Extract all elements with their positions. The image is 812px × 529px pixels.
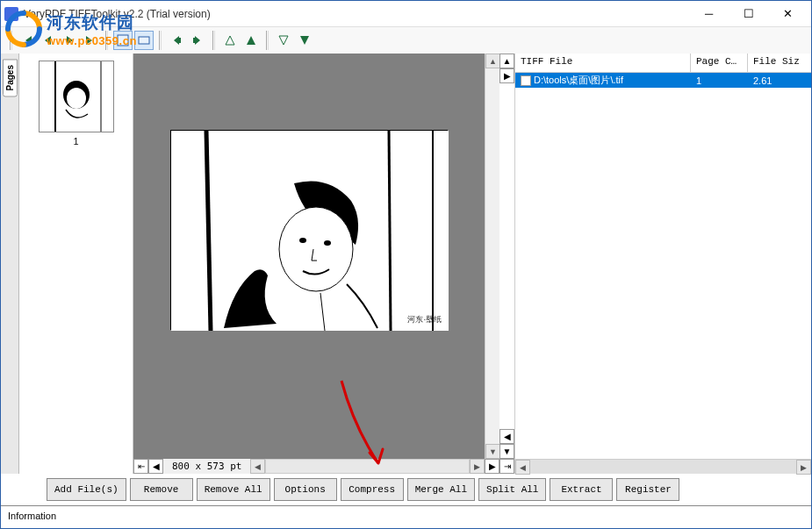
close-button[interactable]: ✕ <box>768 2 808 26</box>
scroll-up-icon[interactable]: ▲ <box>485 54 500 68</box>
filelist-scroll-left-icon[interactable]: ◀ <box>515 460 530 475</box>
svg-point-14 <box>299 238 306 243</box>
add-file-button[interactable]: Add File(s) <box>47 478 126 501</box>
window-title: VeryPDF TIFFToolkit v2.2 (Trial version) <box>24 8 689 20</box>
filelist-scroll-right-icon[interactable]: ▶ <box>796 460 811 475</box>
preview-vscrollbar[interactable]: ▲ ▼ <box>485 54 499 459</box>
file-list[interactable]: D:\tools\桌面\图片\.tif 1 2.61 <box>515 73 811 459</box>
nav-down-icon[interactable]: ▼ <box>499 444 514 459</box>
flip-h1-icon[interactable] <box>220 31 240 50</box>
toolbar <box>1 27 811 54</box>
remove-button[interactable]: Remove <box>130 478 193 501</box>
register-button[interactable]: Register <box>616 478 679 501</box>
pages-panel-tab[interactable]: Pages <box>1 54 19 474</box>
action-button-bar: Add File(s) Remove Remove All Options Co… <box>1 474 811 505</box>
minimize-button[interactable]: ─ <box>689 2 729 26</box>
merge-all-button[interactable]: Merge All <box>407 478 475 501</box>
scroll-down-icon[interactable]: ▼ <box>485 444 500 459</box>
remove-all-button[interactable]: Remove All <box>197 478 270 501</box>
svg-line-11 <box>389 131 391 331</box>
extract-button[interactable]: Extract <box>550 478 613 501</box>
thumbnail-caption: 1 <box>73 136 78 147</box>
svg-rect-3 <box>193 38 195 43</box>
preview-statusbar: ⇤ ◀ 800 x 573 pt ◀ ▶ ▶ ⇥ <box>133 459 514 474</box>
col-header-size[interactable]: File Siz <box>748 54 811 72</box>
hscroll-left-icon[interactable]: ◀ <box>250 459 265 474</box>
nav-left-icon[interactable]: ◀ <box>499 429 514 444</box>
information-bar: Information <box>1 505 811 525</box>
file-list-hscrollbar[interactable]: ◀ ▶ <box>515 459 811 474</box>
svg-point-8 <box>67 88 86 109</box>
rotate-left-icon[interactable] <box>167 31 186 50</box>
fit-page-icon[interactable] <box>113 31 133 50</box>
preview-panel: Unregistered version <box>133 54 514 474</box>
flip-v1-icon[interactable] <box>274 31 293 50</box>
hscroll-last-icon[interactable]: ⇥ <box>499 459 514 474</box>
first-page-icon[interactable] <box>18 31 37 50</box>
flip-h2-icon[interactable] <box>241 31 261 50</box>
thumbnail-panel: 1 <box>19 54 133 474</box>
svg-point-15 <box>324 240 331 246</box>
info-label: Information <box>8 511 56 521</box>
col-header-file[interactable]: TIFF File <box>515 54 691 72</box>
nav-right-icon[interactable]: ▶ <box>499 68 514 83</box>
preview-hscrollbar[interactable] <box>265 459 470 474</box>
col-header-pages[interactable]: Page C… <box>691 54 748 72</box>
file-list-panel: TIFF File Page C… File Siz D:\tools\桌面\图… <box>514 54 811 474</box>
hscroll-prev-icon[interactable]: ◀ <box>148 459 163 474</box>
preview-dimensions: 800 x 573 pt <box>163 461 250 472</box>
svg-rect-0 <box>118 35 128 46</box>
flip-v2-icon[interactable] <box>295 31 314 50</box>
svg-point-13 <box>279 207 353 291</box>
maximize-button[interactable]: ☐ <box>729 2 768 26</box>
titlebar: VeryPDF TIFFToolkit v2.2 (Trial version)… <box>1 1 811 27</box>
app-icon <box>4 7 18 21</box>
prev-page-icon[interactable] <box>39 31 58 50</box>
file-list-header: TIFF File Page C… File Siz <box>515 54 811 73</box>
fit-width-icon[interactable] <box>134 31 154 50</box>
next-page-icon[interactable] <box>60 31 79 50</box>
preview-canvas[interactable]: Unregistered version <box>133 54 485 459</box>
nav-up-icon[interactable]: ▲ <box>499 54 514 68</box>
file-row[interactable]: D:\tools\桌面\图片\.tif 1 2.61 <box>515 73 811 88</box>
thumbnail-item[interactable] <box>39 61 114 132</box>
svg-rect-2 <box>179 38 181 43</box>
compress-button[interactable]: Compress <box>341 478 404 501</box>
hscroll-next-icon[interactable]: ▶ <box>485 459 499 474</box>
hscroll-first-icon[interactable]: ⇤ <box>133 459 148 474</box>
options-button[interactable]: Options <box>274 478 337 501</box>
last-page-icon[interactable] <box>81 31 100 50</box>
rotate-right-icon[interactable] <box>188 31 207 50</box>
split-all-button[interactable]: Split All <box>478 478 546 501</box>
preview-image: Unregistered version <box>170 130 448 330</box>
svg-rect-1 <box>139 37 149 44</box>
hscroll-right-icon[interactable]: ▶ <box>470 459 485 474</box>
file-icon <box>521 75 531 86</box>
